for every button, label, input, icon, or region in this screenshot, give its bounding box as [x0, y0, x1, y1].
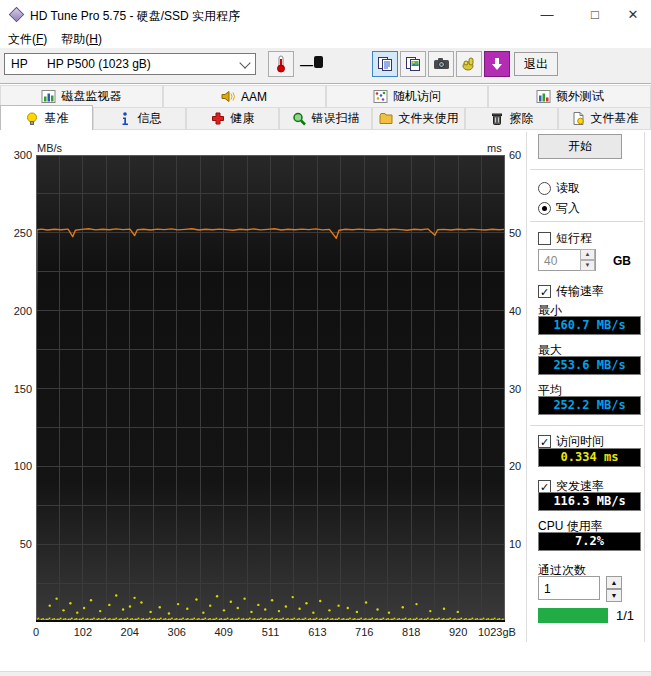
short-stroke-unit: GB [613, 254, 631, 268]
transfer-rate-label: 传输速率 [556, 283, 604, 300]
burst-rate-checkbox[interactable]: ✓ [538, 480, 551, 493]
spin-up-icon[interactable]: ▲ [606, 576, 622, 589]
tab-file-benchmark-label: 文件基准 [591, 110, 639, 127]
short-stroke-size-value: 40 [544, 254, 557, 268]
tab-erase-label: 擦除 [510, 110, 534, 127]
y-right-tick: 50 [509, 227, 521, 239]
erase-icon [490, 111, 505, 126]
tab-folder-usage[interactable]: 文件夹使用 [372, 107, 465, 130]
y-right-tick: 10 [509, 538, 521, 550]
tab-error-scan-label: 错误扫描 [312, 110, 360, 127]
tab-disk-monitor-label: 磁盘监视器 [61, 88, 121, 105]
pass-count-spinner: ▲ ▼ [606, 576, 622, 602]
burst-rate-display: 116.3 MB/s [538, 492, 641, 511]
menu-item-1[interactable]: 帮助(H) [55, 30, 108, 49]
y-left-tick: 50 [0, 538, 32, 550]
panel-divider [526, 132, 527, 642]
tab-row-primary: 基准信息健康错误扫描文件夹使用擦除文件基准 [0, 107, 651, 130]
progress-text: 1/1 [616, 608, 634, 623]
copy-image-button[interactable] [400, 51, 426, 77]
benchmark-chart [36, 155, 505, 622]
short-stroke-size-field[interactable]: 40 ▲ ▼ [538, 249, 596, 271]
x-tick: 1023gB [478, 626, 516, 638]
access-time-label: 访问时间 [556, 433, 604, 450]
tab-health-label: 健康 [231, 110, 255, 127]
read-radio-row[interactable]: 读取 [538, 180, 580, 196]
short-stroke-checkbox[interactable] [538, 232, 551, 245]
tab-folder-usage-label: 文件夹使用 [399, 110, 459, 127]
write-radio[interactable] [538, 202, 551, 215]
file-benchmark-icon [571, 111, 586, 126]
min-value-display: 160.7 MB/s [538, 316, 641, 335]
health-icon [211, 111, 226, 126]
temperature-button[interactable] [268, 51, 294, 77]
exit-button[interactable]: 退出 [514, 52, 558, 76]
tab-health[interactable]: 健康 [186, 107, 279, 130]
y-left-unit: MB/s [37, 142, 62, 154]
read-radio[interactable] [538, 182, 551, 195]
tab-extra-tests[interactable]: 额外测试 [488, 85, 651, 107]
y-right-unit: ms [487, 142, 502, 154]
tab-random-access[interactable]: 随机访问 [326, 85, 489, 107]
disk-monitor-icon [41, 89, 56, 104]
short-stroke-label: 短行程 [556, 230, 592, 247]
tab-error-scan[interactable]: 错误扫描 [279, 107, 372, 130]
donate-button[interactable] [456, 51, 482, 77]
minimize-button[interactable]: — [532, 0, 562, 30]
short-stroke-row[interactable]: 短行程 [538, 230, 592, 246]
window-title: HD Tune Pro 5.75 - 硬盘/SSD 实用程序 [30, 8, 240, 25]
write-radio-label: 写入 [556, 200, 580, 217]
tab-file-benchmark[interactable]: 文件基准 [558, 107, 651, 130]
panel-right-edge [644, 132, 645, 642]
access-time-row[interactable]: ✓ 访问时间 [538, 433, 604, 449]
random-access-icon [373, 89, 388, 104]
extra-tests-icon [536, 89, 551, 104]
tab-info-label: 信息 [138, 110, 162, 127]
menubar: 文件(F)帮助(H) [0, 30, 651, 48]
cpu-usage-display: 7.2% [538, 532, 641, 551]
tab-disk-monitor[interactable]: 磁盘监视器 [0, 85, 163, 107]
folder-usage-icon [379, 111, 394, 126]
tab-benchmark-label: 基准 [45, 110, 69, 127]
transfer-rate-checkbox[interactable]: ✓ [538, 285, 551, 298]
benchmark-icon [25, 111, 40, 126]
hd-tune-window: HD Tune Pro 5.75 - 硬盘/SSD 实用程序 — □ ✕ 文件(… [0, 0, 651, 676]
spin-down-icon[interactable]: ▼ [580, 260, 595, 271]
drive-select[interactable]: HP HP P500 (1023 gB) [4, 53, 256, 75]
speaker-icon [221, 89, 236, 104]
benchmark-panel: MB/s ms 30025020015010050 605040302010 0… [0, 130, 651, 671]
tab-erase[interactable]: 擦除 [465, 107, 558, 130]
x-tick: 511 [262, 626, 280, 638]
chevron-down-icon [239, 57, 250, 68]
access-time-checkbox[interactable]: ✓ [538, 435, 551, 448]
y-right-tick: 40 [509, 305, 521, 317]
tab-benchmark[interactable]: 基准 [0, 105, 93, 130]
pass-count-field[interactable]: 1 [538, 576, 600, 600]
y-right-tick: 60 [509, 149, 521, 161]
spin-up-icon[interactable]: ▲ [580, 249, 595, 260]
donate-hand-icon [461, 56, 477, 72]
temperature-unit-glyph [314, 56, 323, 68]
x-tick: 920 [449, 626, 467, 638]
tab-aam[interactable]: AAM [163, 85, 326, 107]
pass-count-value: 1 [544, 582, 551, 596]
max-value-display: 253.6 MB/s [538, 356, 641, 375]
transfer-rate-row[interactable]: ✓ 传输速率 [538, 283, 604, 299]
copy-image-icon [405, 56, 421, 72]
temperature-value: — [300, 57, 313, 72]
avg-value-display: 252.2 MB/s [538, 396, 641, 415]
menu-item-0[interactable]: 文件(F) [2, 30, 53, 49]
tab-info[interactable]: 信息 [93, 107, 186, 130]
maximize-button[interactable]: □ [580, 0, 610, 30]
y-left-tick: 100 [0, 460, 32, 472]
copy-report-button[interactable] [372, 51, 398, 77]
thermometer-icon [274, 55, 288, 73]
close-button[interactable]: ✕ [618, 0, 648, 30]
spin-down-icon[interactable]: ▼ [606, 589, 622, 602]
start-button[interactable]: 开始 [538, 134, 622, 159]
x-tick: 409 [214, 626, 232, 638]
write-radio-row[interactable]: 写入 [538, 200, 580, 216]
separator [530, 425, 643, 426]
update-button[interactable] [484, 51, 510, 77]
screenshot-button[interactable] [428, 51, 454, 77]
